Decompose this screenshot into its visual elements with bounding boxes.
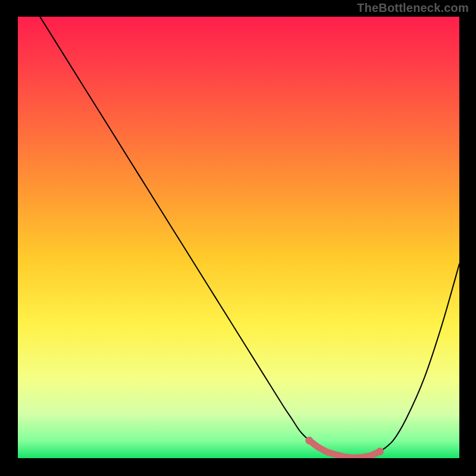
gradient-background	[18, 17, 459, 458]
optimal-end-dot	[376, 447, 384, 455]
bottleneck-chart	[0, 0, 476, 476]
watermark-text: TheBottleneck.com	[357, 1, 469, 15]
optimal-start-dot	[305, 437, 313, 444]
chart-frame: TheBottleneck.com	[0, 0, 476, 476]
